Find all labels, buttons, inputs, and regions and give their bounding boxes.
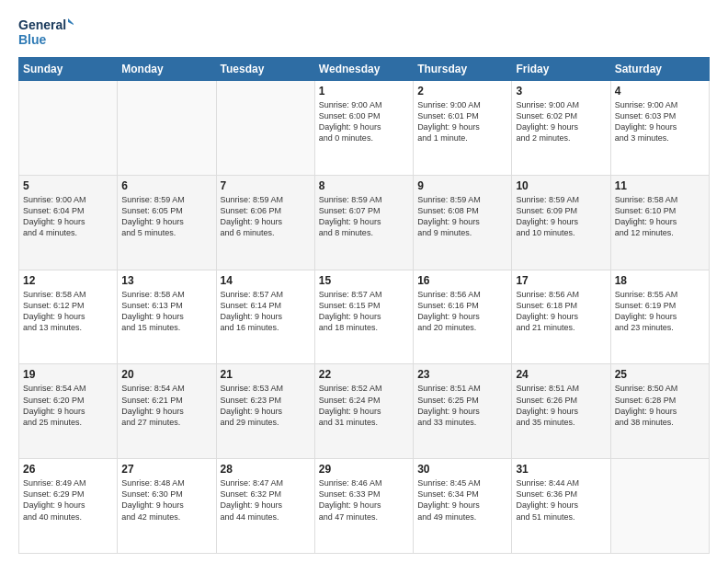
day-number: 2 (417, 85, 507, 98)
cell-data: Sunrise: 8:58 AMSunset: 6:12 PMDaylight:… (23, 289, 113, 334)
cell-data: Sunrise: 8:50 AMSunset: 6:28 PMDaylight:… (615, 383, 705, 428)
logo: General Blue (18, 15, 74, 48)
day-number: 18 (615, 274, 705, 287)
cell-data: Sunrise: 8:52 AMSunset: 6:24 PMDaylight:… (319, 383, 409, 428)
cell-data: Sunrise: 8:48 AMSunset: 6:30 PMDaylight:… (121, 477, 211, 523)
header: General Blue (18, 15, 710, 48)
calendar-cell: 18Sunrise: 8:55 AMSunset: 6:19 PMDayligh… (610, 270, 709, 364)
day-number: 17 (516, 274, 606, 287)
cell-data: Sunrise: 8:57 AMSunset: 6:15 PMDaylight:… (319, 289, 409, 334)
calendar-cell: 15Sunrise: 8:57 AMSunset: 6:15 PMDayligh… (314, 270, 413, 364)
calendar-cell: 2Sunrise: 9:00 AMSunset: 6:01 PMDaylight… (414, 81, 512, 176)
calendar-cell: 13Sunrise: 8:58 AMSunset: 6:13 PMDayligh… (118, 270, 216, 364)
cell-data: Sunrise: 8:51 AMSunset: 6:26 PMDaylight:… (516, 383, 606, 428)
svg-marker-2 (68, 18, 74, 26)
calendar-cell: 27Sunrise: 8:48 AMSunset: 6:30 PMDayligh… (118, 459, 216, 554)
calendar-cell: 14Sunrise: 8:57 AMSunset: 6:14 PMDayligh… (216, 270, 314, 364)
cell-data: Sunrise: 8:58 AMSunset: 6:10 PMDaylight:… (615, 194, 705, 239)
cell-data: Sunrise: 9:00 AMSunset: 6:02 PMDaylight:… (516, 99, 606, 144)
calendar-cell (19, 81, 118, 176)
day-header-thursday: Thursday (414, 58, 512, 81)
day-number: 10 (516, 179, 606, 192)
cell-data: Sunrise: 8:56 AMSunset: 6:18 PMDaylight:… (516, 289, 606, 334)
calendar-cell (118, 81, 216, 176)
cell-data: Sunrise: 8:47 AMSunset: 6:32 PMDaylight:… (221, 477, 311, 523)
calendar-cell: 6Sunrise: 8:59 AMSunset: 6:05 PMDaylight… (118, 175, 216, 270)
cell-data: Sunrise: 9:00 AMSunset: 6:01 PMDaylight:… (417, 99, 507, 144)
day-number: 7 (221, 179, 311, 192)
calendar-week-3: 12Sunrise: 8:58 AMSunset: 6:12 PMDayligh… (19, 270, 710, 364)
cell-data: Sunrise: 8:59 AMSunset: 6:08 PMDaylight:… (417, 194, 507, 239)
calendar-cell: 9Sunrise: 8:59 AMSunset: 6:08 PMDaylight… (414, 175, 512, 270)
cell-data: Sunrise: 8:53 AMSunset: 6:23 PMDaylight:… (221, 383, 311, 428)
cell-data: Sunrise: 8:59 AMSunset: 6:05 PMDaylight:… (121, 194, 211, 239)
calendar-cell: 3Sunrise: 9:00 AMSunset: 6:02 PMDaylight… (512, 81, 610, 176)
cell-data: Sunrise: 8:59 AMSunset: 6:07 PMDaylight:… (319, 194, 409, 239)
calendar-cell: 29Sunrise: 8:46 AMSunset: 6:33 PMDayligh… (314, 459, 413, 554)
calendar-cell: 8Sunrise: 8:59 AMSunset: 6:07 PMDaylight… (314, 175, 413, 270)
day-number: 29 (319, 463, 409, 476)
day-number: 30 (417, 463, 507, 476)
day-header-wednesday: Wednesday (314, 58, 413, 81)
day-number: 13 (121, 274, 211, 287)
calendar-cell: 7Sunrise: 8:59 AMSunset: 6:06 PMDaylight… (216, 175, 314, 270)
day-header-monday: Monday (118, 58, 216, 81)
calendar-table: SundayMondayTuesdayWednesdayThursdayFrid… (18, 57, 710, 554)
day-header-sunday: Sunday (19, 58, 118, 81)
calendar-cell: 21Sunrise: 8:53 AMSunset: 6:23 PMDayligh… (216, 364, 314, 459)
calendar-cell (610, 459, 709, 554)
calendar-cell: 24Sunrise: 8:51 AMSunset: 6:26 PMDayligh… (512, 364, 610, 459)
cell-data: Sunrise: 8:59 AMSunset: 6:06 PMDaylight:… (221, 194, 311, 239)
cell-data: Sunrise: 9:00 AMSunset: 6:04 PMDaylight:… (23, 194, 113, 239)
cell-data: Sunrise: 8:51 AMSunset: 6:25 PMDaylight:… (417, 383, 507, 428)
calendar-header-row: SundayMondayTuesdayWednesdayThursdayFrid… (19, 58, 710, 81)
calendar-cell: 26Sunrise: 8:49 AMSunset: 6:29 PMDayligh… (19, 459, 118, 554)
calendar-cell: 12Sunrise: 8:58 AMSunset: 6:12 PMDayligh… (19, 270, 118, 364)
page: General Blue SundayMondayTuesdayWednesda… (0, 0, 728, 563)
calendar-cell: 5Sunrise: 9:00 AMSunset: 6:04 PMDaylight… (19, 175, 118, 270)
calendar-cell: 28Sunrise: 8:47 AMSunset: 6:32 PMDayligh… (216, 459, 314, 554)
svg-text:General: General (18, 17, 66, 32)
day-number: 21 (221, 368, 311, 381)
day-number: 3 (516, 85, 606, 98)
calendar-cell: 25Sunrise: 8:50 AMSunset: 6:28 PMDayligh… (610, 364, 709, 459)
day-number: 15 (319, 274, 409, 287)
day-number: 6 (121, 179, 211, 192)
cell-data: Sunrise: 8:45 AMSunset: 6:34 PMDaylight:… (417, 477, 507, 523)
calendar-cell: 30Sunrise: 8:45 AMSunset: 6:34 PMDayligh… (414, 459, 512, 554)
cell-data: Sunrise: 9:00 AMSunset: 6:00 PMDaylight:… (319, 99, 409, 144)
cell-data: Sunrise: 8:58 AMSunset: 6:13 PMDaylight:… (121, 289, 211, 334)
calendar-cell: 19Sunrise: 8:54 AMSunset: 6:20 PMDayligh… (19, 364, 118, 459)
calendar-cell: 16Sunrise: 8:56 AMSunset: 6:16 PMDayligh… (414, 270, 512, 364)
cell-data: Sunrise: 8:56 AMSunset: 6:16 PMDaylight:… (417, 289, 507, 334)
calendar-cell: 22Sunrise: 8:52 AMSunset: 6:24 PMDayligh… (314, 364, 413, 459)
svg-text:Blue: Blue (18, 32, 47, 47)
day-number: 25 (615, 368, 705, 381)
day-number: 8 (319, 179, 409, 192)
day-number: 26 (23, 463, 113, 476)
day-header-saturday: Saturday (610, 58, 709, 81)
calendar-cell: 10Sunrise: 8:59 AMSunset: 6:09 PMDayligh… (512, 175, 610, 270)
day-number: 11 (615, 179, 705, 192)
day-number: 12 (23, 274, 113, 287)
cell-data: Sunrise: 8:55 AMSunset: 6:19 PMDaylight:… (615, 289, 705, 334)
day-number: 23 (417, 368, 507, 381)
calendar-cell: 1Sunrise: 9:00 AMSunset: 6:00 PMDaylight… (314, 81, 413, 176)
day-number: 5 (23, 179, 113, 192)
day-number: 24 (516, 368, 606, 381)
logo-svg: General Blue (18, 15, 74, 48)
cell-data: Sunrise: 9:00 AMSunset: 6:03 PMDaylight:… (615, 99, 705, 144)
day-number: 14 (221, 274, 311, 287)
calendar-cell: 31Sunrise: 8:44 AMSunset: 6:36 PMDayligh… (512, 459, 610, 554)
calendar-cell: 11Sunrise: 8:58 AMSunset: 6:10 PMDayligh… (610, 175, 709, 270)
calendar-week-2: 5Sunrise: 9:00 AMSunset: 6:04 PMDaylight… (19, 175, 710, 270)
day-number: 9 (417, 179, 507, 192)
calendar-week-5: 26Sunrise: 8:49 AMSunset: 6:29 PMDayligh… (19, 459, 710, 554)
day-number: 1 (319, 85, 409, 98)
cell-data: Sunrise: 8:44 AMSunset: 6:36 PMDaylight:… (516, 477, 606, 523)
calendar-cell (216, 81, 314, 176)
calendar-week-1: 1Sunrise: 9:00 AMSunset: 6:00 PMDaylight… (19, 81, 710, 176)
day-number: 20 (121, 368, 211, 381)
day-number: 4 (615, 85, 705, 98)
day-header-friday: Friday (512, 58, 610, 81)
